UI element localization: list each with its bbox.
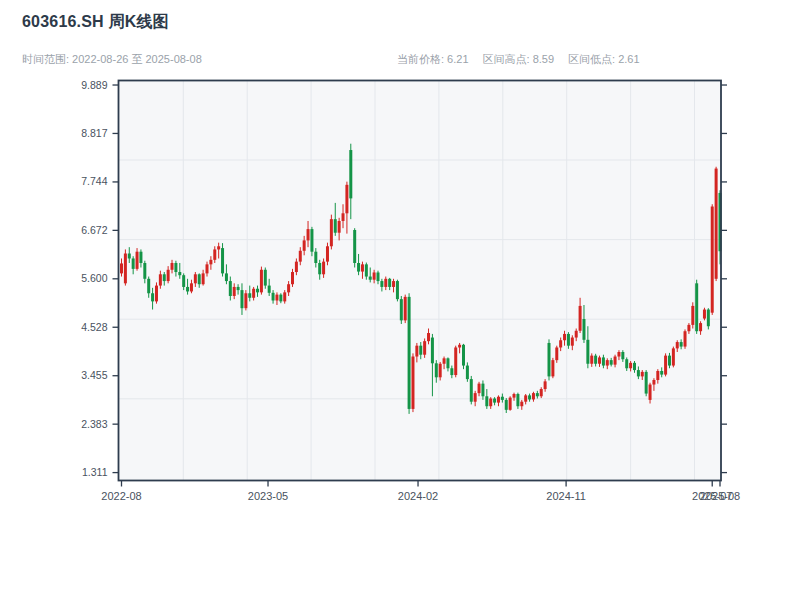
- svg-text:2024-02: 2024-02: [398, 490, 438, 502]
- svg-text:7.744: 7.744: [81, 175, 107, 187]
- svg-text:8.817: 8.817: [81, 127, 107, 139]
- svg-text:1.311: 1.311: [82, 466, 108, 478]
- svg-text:6.672: 6.672: [81, 224, 107, 236]
- svg-text:3.455: 3.455: [81, 369, 107, 381]
- kline-figure: 603616.SH 周K线图 时间范围: 2022-08-26 至 2025-0…: [0, 0, 800, 600]
- svg-text:2023-05: 2023-05: [248, 490, 288, 502]
- svg-text:2024-11: 2024-11: [546, 490, 586, 502]
- candlestick-chart: 9.8898.8177.7446.6725.6004.5283.4552.383…: [0, 0, 800, 600]
- svg-text:2.383: 2.383: [81, 418, 107, 430]
- svg-text:2022-08: 2022-08: [101, 490, 141, 502]
- svg-text:2025-08: 2025-08: [700, 490, 740, 502]
- svg-text:4.528: 4.528: [81, 321, 107, 333]
- svg-text:9.889: 9.889: [81, 79, 107, 91]
- svg-text:5.600: 5.600: [81, 272, 107, 284]
